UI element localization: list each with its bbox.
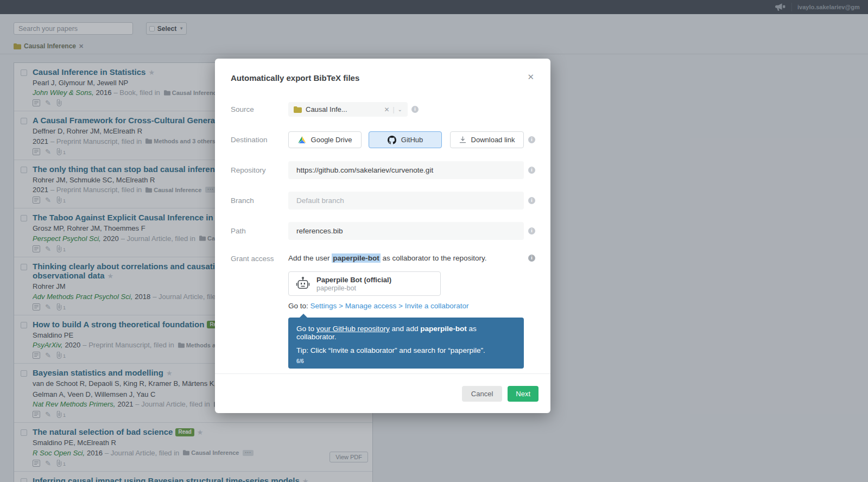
source-label: Source xyxy=(231,105,254,113)
destination-google-drive-button[interactable]: Google Drive xyxy=(288,131,362,148)
robot-icon xyxy=(295,276,311,291)
destination-label: Destination xyxy=(231,136,268,144)
path-label: Path xyxy=(231,227,246,235)
branch-label: Branch xyxy=(231,196,254,205)
chevron-down-icon[interactable]: ⌄ xyxy=(398,106,402,112)
clear-source-icon[interactable]: ✕ xyxy=(384,106,389,113)
tooltip-step-counter: 6/6 xyxy=(296,358,516,364)
download-icon xyxy=(459,136,466,143)
github-icon xyxy=(388,136,396,144)
onboarding-tooltip: Go to your GitHub repository and add pap… xyxy=(288,318,524,369)
modal-title: Automatically export BibTeX files xyxy=(231,73,359,83)
paperpile-bot-card[interactable]: Paperpile Bot (official) paperpile-bot xyxy=(288,271,441,296)
source-info-icon[interactable]: i xyxy=(411,106,419,113)
branch-info-icon[interactable]: i xyxy=(528,197,535,204)
grant-access-label: Grant access xyxy=(231,255,274,263)
separator: | xyxy=(392,106,394,113)
highlighted-username: paperpile-bot xyxy=(332,253,381,263)
repository-input[interactable] xyxy=(288,161,524,179)
destination-info-icon[interactable]: i xyxy=(528,136,535,143)
path-info-icon[interactable]: i xyxy=(528,227,535,234)
goto-line: Go to: Settings > Manage access > Invite… xyxy=(288,302,468,310)
export-bibtex-modal: Automatically export BibTeX files ✕ Sour… xyxy=(215,59,550,413)
repository-info-icon[interactable]: i xyxy=(528,167,535,174)
branch-input[interactable] xyxy=(288,192,524,210)
source-select[interactable]: Causal Infe... ✕ | ⌄ xyxy=(288,102,408,117)
repository-label: Repository xyxy=(231,166,266,174)
cancel-button[interactable]: Cancel xyxy=(462,386,502,402)
close-icon[interactable]: ✕ xyxy=(527,72,534,82)
next-button[interactable]: Next xyxy=(508,386,538,402)
tooltip-line-1: Go to your GitHub repository and add pap… xyxy=(296,325,516,341)
tooltip-tip: Tip: Click “Invite a collaborator” and s… xyxy=(296,346,516,354)
folder-icon xyxy=(294,106,302,113)
destination-download-link-button[interactable]: Download link xyxy=(450,131,524,148)
grant-access-info-icon[interactable]: i xyxy=(528,255,535,262)
github-repository-link[interactable]: your GitHub repository xyxy=(316,325,390,333)
path-input[interactable] xyxy=(288,222,524,240)
destination-github-button[interactable]: GitHub xyxy=(369,131,442,148)
google-drive-icon xyxy=(298,136,306,143)
manage-access-link[interactable]: Settings > Manage access > Invite a coll… xyxy=(311,302,469,310)
modal-footer: Cancel Next xyxy=(215,373,550,413)
grant-access-text: Add the user paperpile-bot as collaborat… xyxy=(288,254,486,262)
